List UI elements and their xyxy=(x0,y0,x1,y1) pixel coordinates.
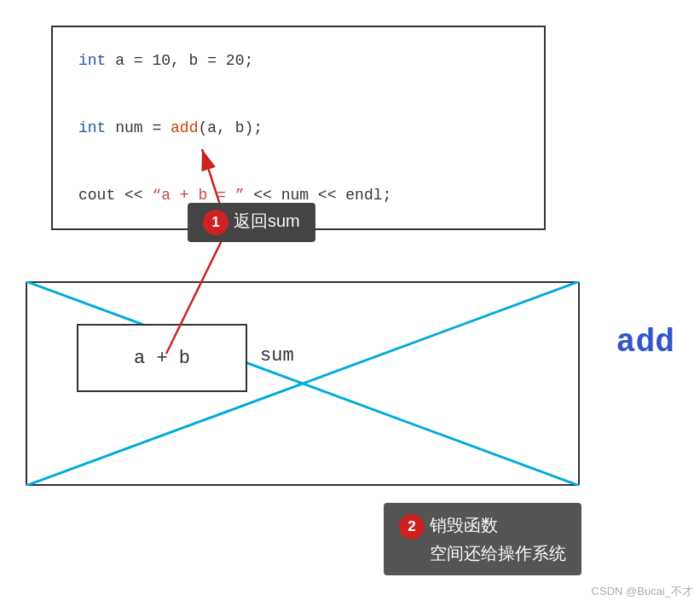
sum-label: sum xyxy=(260,345,294,366)
tooltip-destroy: 2销毁函数 空间还给操作系统 xyxy=(384,503,581,575)
code-cout: cout << xyxy=(78,187,152,204)
keyword-int-1: int xyxy=(78,52,106,69)
inner-ab-box: a + b xyxy=(77,324,247,392)
watermark: CSDN @Bucai_不才 xyxy=(592,584,693,599)
inner-ab-text: a + b xyxy=(134,348,190,369)
code-str: “a + b = ” xyxy=(152,187,244,204)
code-line-4 xyxy=(78,146,518,180)
tooltip-1-text: 返回sum xyxy=(234,211,300,230)
keyword-int-2: int xyxy=(78,119,106,136)
badge-1: 1 xyxy=(203,210,229,235)
main-function-box: int a = 10, b = 20; int num = add(a, b);… xyxy=(51,26,546,230)
code-cout2: << num << endl; xyxy=(244,187,391,204)
badge-2: 2 xyxy=(399,514,425,540)
tooltip-2-line2: 空间还给操作系统 xyxy=(430,544,566,563)
code-line-2 xyxy=(78,78,518,113)
code-line-3: int num = add(a, b); xyxy=(78,112,518,146)
code-area: int a = 10, b = 20; int num = add(a, b);… xyxy=(53,27,544,230)
add-label: add xyxy=(616,324,674,361)
tooltip-2-line1: 销毁函数 xyxy=(430,516,498,534)
code-text-1: a = 10, b = 20; xyxy=(106,52,253,69)
tooltip-return-sum: 1返回sum xyxy=(188,203,315,242)
code-text-3: (a, b); xyxy=(198,119,263,136)
fn-add: add xyxy=(171,119,198,136)
code-line-1: int a = 10, b = 20; xyxy=(78,44,518,78)
code-text-2: num = xyxy=(106,119,171,136)
